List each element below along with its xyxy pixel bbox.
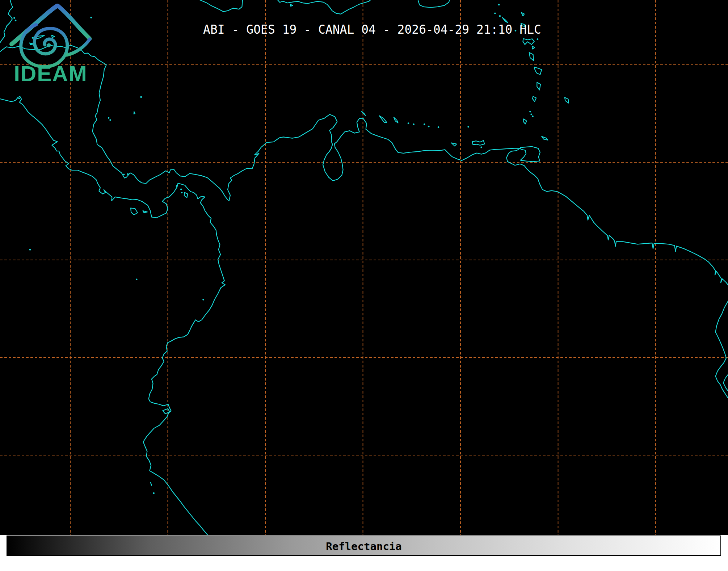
coastline	[199, 0, 243, 12]
colorbar-title: Reflectancia	[326, 540, 402, 553]
island-dot	[202, 299, 204, 301]
island-coastline	[472, 140, 484, 145]
island-coastline	[521, 147, 540, 162]
island-coastline	[537, 83, 540, 90]
island-coastline	[151, 482, 152, 485]
island-dot	[181, 192, 183, 194]
ideam-logo: IDEAM	[0, 0, 105, 87]
island-dot	[413, 123, 415, 125]
island-dot	[29, 249, 31, 251]
coastline	[418, 0, 450, 8]
island-coastline	[529, 53, 534, 61]
island-dot	[532, 116, 534, 117]
map-svg	[0, 0, 728, 535]
island-dot	[537, 38, 539, 40]
island-dot	[408, 122, 409, 124]
island-dot	[424, 123, 425, 125]
island-coastline	[184, 193, 188, 198]
island-dot	[136, 279, 138, 281]
island-coastline	[134, 112, 135, 114]
coastline	[716, 301, 728, 398]
island-coastline	[523, 119, 527, 124]
island-coastline	[290, 4, 293, 6]
island-dot	[530, 114, 532, 116]
island-coastline	[379, 116, 387, 123]
island-dot	[123, 174, 125, 176]
island-dot	[428, 126, 430, 127]
island-coastline	[542, 137, 548, 140]
island-coastline	[362, 111, 366, 116]
goes-image-viewer: { "title": { "text": "ABI - GOES 19 - CA…	[0, 0, 728, 571]
ideam-logo-text: IDEAM	[14, 62, 87, 86]
island-coastline	[533, 96, 536, 101]
island-dot	[529, 111, 531, 113]
island-coastline	[565, 97, 569, 103]
island-dot	[176, 185, 178, 187]
satellite-map-canvas: ABI - GOES 19 - CANAL 04 - 2026-04-29 21…	[0, 0, 728, 535]
island-coastline	[394, 117, 398, 123]
island-coastline	[131, 208, 138, 215]
island-coastline	[521, 13, 524, 16]
island-dot	[140, 96, 142, 98]
island-dot	[438, 126, 439, 128]
island-dot	[180, 189, 182, 190]
island-coastline	[534, 67, 542, 75]
island-coastline	[451, 143, 457, 146]
island-dot	[480, 147, 482, 148]
ideam-swirl-eye-icon	[47, 43, 51, 47]
coastline	[0, 45, 728, 285]
coastline	[723, 374, 728, 391]
island-coastline	[532, 46, 535, 49]
island-dot	[108, 117, 110, 119]
island-coastline	[523, 39, 534, 45]
coastline	[278, 0, 371, 14]
ideam-mountain-swirl-icon	[12, 6, 90, 67]
image-title: ABI - GOES 19 - CANAL 04 - 2026-04-29 21…	[203, 22, 541, 37]
island-dot	[109, 119, 111, 121]
island-dot	[498, 4, 500, 6]
island-dot	[153, 492, 155, 494]
island-coastline	[502, 18, 508, 23]
island-dot	[467, 126, 469, 128]
island-dot	[494, 12, 496, 14]
island-dot	[18, 97, 20, 99]
island-dot	[127, 173, 129, 175]
island-coastline	[143, 211, 147, 213]
island-dot	[499, 15, 501, 17]
